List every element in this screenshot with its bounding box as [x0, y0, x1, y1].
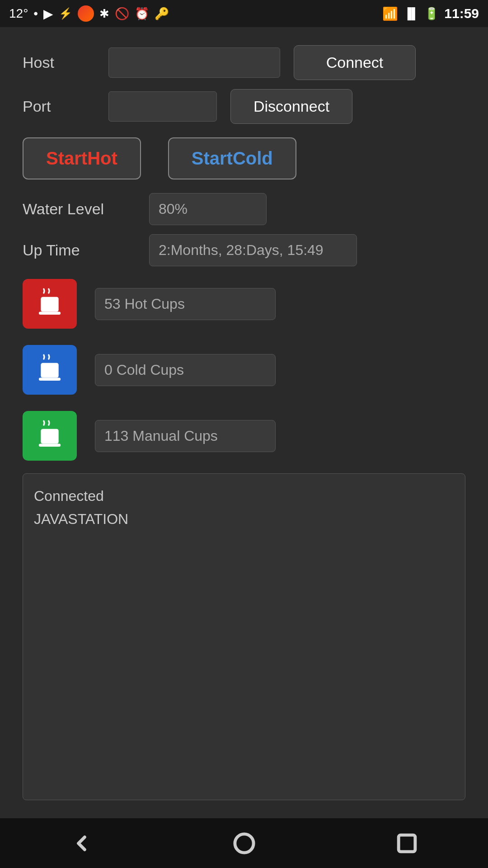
host-input[interactable] [108, 47, 280, 78]
clock-icon: ⏰ [135, 7, 149, 21]
action-row: StartHot StartCold [23, 137, 465, 179]
signal-icon: ▐▌ [404, 7, 419, 20]
manual-cups-row: 113 Manual Cups [23, 411, 465, 461]
status-left: 12° • ▶ ⚡ ✱ 🚫 ⏰ 🔑 [9, 5, 169, 22]
hot-cup-svg [34, 288, 66, 320]
hot-cups-row: 53 Hot Cups [23, 279, 465, 329]
app-icon [78, 5, 94, 22]
port-row: Port Disconnect [23, 89, 465, 124]
water-level-value: 80% [149, 193, 267, 225]
svg-rect-5 [39, 444, 61, 447]
svg-point-6 [235, 834, 253, 852]
hot-cup-icon [23, 279, 77, 329]
port-input[interactable] [108, 91, 217, 122]
uptime-value: 2:Months, 28:Days, 15:49 [149, 234, 357, 266]
home-button[interactable] [226, 825, 262, 861]
start-cold-button[interactable]: StartCold [168, 137, 296, 179]
cold-cups-value: 0 Cold Cups [95, 354, 276, 386]
usb-icon: ⚡ [59, 7, 72, 20]
wifi-icon: 📶 [382, 6, 398, 21]
manual-cups-value: 113 Manual Cups [95, 420, 276, 452]
water-level-label: Water Level [23, 200, 136, 218]
connect-button[interactable]: Connect [294, 45, 416, 80]
manual-cup-svg [34, 420, 66, 452]
recents-button[interactable] [389, 825, 425, 861]
time-display: 11:59 [444, 6, 479, 21]
recents-icon [394, 831, 419, 856]
port-label: Port [23, 98, 95, 115]
uptime-row: Up Time 2:Months, 28:Days, 15:49 [23, 234, 465, 266]
manual-cup-icon [23, 411, 77, 461]
host-label: Host [23, 54, 95, 71]
key-icon: 🔑 [155, 7, 169, 21]
cold-cups-row: 0 Cold Cups [23, 345, 465, 395]
svg-rect-7 [399, 835, 415, 852]
svg-rect-2 [41, 363, 58, 378]
log-area: Connected JAVASTATION [23, 473, 465, 800]
uptime-label: Up Time [23, 241, 136, 259]
nav-bar [0, 818, 488, 868]
svg-rect-1 [39, 312, 61, 315]
svg-rect-0 [41, 297, 58, 312]
back-button[interactable] [63, 825, 99, 861]
log-content: Connected JAVASTATION [34, 488, 128, 527]
bluetooth-icon: ✱ [99, 7, 109, 21]
home-icon [232, 831, 257, 856]
back-icon [69, 831, 94, 856]
water-level-row: Water Level 80% [23, 193, 465, 225]
dot-icon: • [33, 6, 38, 21]
nosign-icon: 🚫 [115, 7, 129, 21]
status-bar: 12° • ▶ ⚡ ✱ 🚫 ⏰ 🔑 📶 ▐▌ 🔋 11:59 [0, 0, 488, 27]
svg-rect-3 [39, 378, 61, 381]
cold-cup-icon [23, 345, 77, 395]
youtube-icon: ▶ [43, 6, 53, 21]
battery-level: 12° [9, 6, 28, 21]
battery-icon: 🔋 [424, 7, 439, 21]
svg-rect-4 [41, 429, 58, 444]
start-hot-button[interactable]: StartHot [23, 137, 141, 179]
host-row: Host Connect [23, 45, 465, 80]
disconnect-button[interactable]: Disconnect [230, 89, 352, 124]
status-right: 📶 ▐▌ 🔋 11:59 [382, 6, 479, 21]
cold-cup-svg [34, 354, 66, 386]
hot-cups-value: 53 Hot Cups [95, 288, 276, 320]
main-content: Host Connect Port Disconnect StartHot St… [0, 27, 488, 818]
